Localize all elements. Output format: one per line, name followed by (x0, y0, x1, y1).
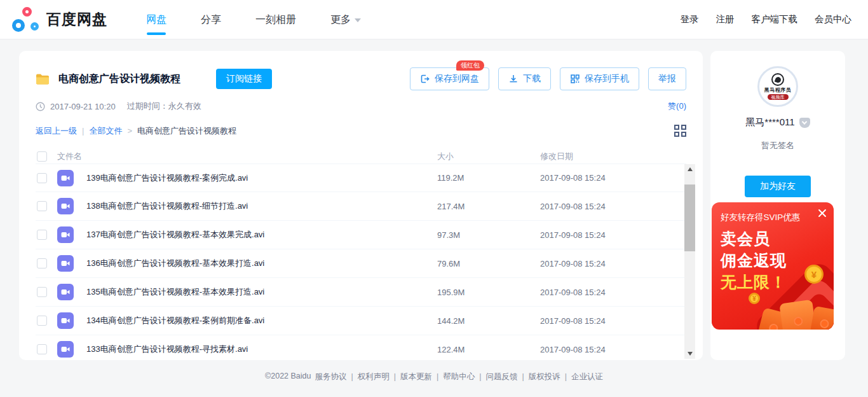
file-date: 2017-09-08 15:24 (540, 345, 686, 354)
file-date: 2017-09-08 15:24 (540, 259, 686, 268)
action-buttons: 领红包 保存到网盘 (410, 67, 686, 90)
save-to-phone-button[interactable]: 保存到手机 (560, 67, 639, 90)
nav-tab-netdisk[interactable]: 网盘 (129, 1, 184, 39)
redpacket-badge: 领红包 (456, 60, 484, 71)
client-download-link[interactable]: 客户端下载 (752, 13, 798, 25)
svip-promo-banner[interactable]: ¥ ¥ 好友转存得SVIP优惠 卖会员 佣金返现 无上限！ (712, 202, 834, 330)
main-nav: 网盘 分享 一刻相册 更多 (129, 0, 378, 39)
vertical-scrollbar[interactable] (684, 164, 695, 359)
nav-tab-label: 分享 (201, 1, 221, 39)
video-file-icon (57, 341, 74, 358)
scrollbar-thumb[interactable] (684, 185, 695, 251)
top-navbar: 百度网盘 网盘 分享 一刻相册 更多 登录 注册 客户端下载 会员中心 (0, 0, 868, 39)
footer-links: 服务协议 权利声明 版本更新 帮助中心 问题反馈 版权投诉 企业认证 (315, 372, 603, 382)
expire-time: 过期时间：永久有效 (127, 101, 201, 112)
file-date: 2017-09-08 15:24 (540, 173, 686, 183)
close-icon[interactable] (817, 208, 827, 218)
footer-link-feedback[interactable]: 问题反馈 (475, 372, 517, 382)
vip-badge-icon[interactable] (799, 118, 810, 128)
breadcrumb-all-files-link[interactable]: 全部文件 (89, 125, 122, 137)
gold-coin-icon: ¥ (749, 293, 760, 304)
footer-link-rights[interactable]: 权利声明 (346, 372, 389, 382)
file-size: 97.3M (437, 230, 540, 240)
table-row[interactable]: 135电商创意广告设计视频教程-基本效果打造.avi 195.9M 2017-0… (36, 278, 686, 307)
row-checkbox[interactable] (37, 173, 47, 183)
save-to-netdisk-button[interactable]: 保存到网盘 (410, 67, 489, 90)
nav-tab-label: 更多 (330, 1, 351, 39)
button-label: 举报 (658, 73, 676, 85)
sharer-signature: 暂无签名 (710, 140, 845, 151)
video-file-icon (57, 198, 74, 214)
footer-link-enterprise[interactable]: 企业认证 (560, 372, 603, 382)
login-link[interactable]: 登录 (681, 13, 699, 25)
video-file-icon (57, 312, 74, 329)
row-checkbox[interactable] (37, 287, 47, 297)
column-header-name: 文件名 (57, 151, 437, 162)
video-file-icon (57, 226, 74, 243)
share-title: 电商创意广告设计视频教程 (58, 73, 180, 86)
file-date: 2017-09-08 15:24 (540, 202, 686, 211)
file-date: 2017-09-08 15:24 (540, 316, 686, 326)
like-link[interactable]: 赞(0) (668, 101, 686, 112)
row-checkbox[interactable] (37, 201, 47, 211)
chevron-down-icon (355, 18, 361, 22)
button-label: 下载 (523, 73, 541, 85)
table-row[interactable]: 137电商创意广告设计视频教程-基本效果完成.avi 97.3M 2017-09… (36, 221, 686, 249)
table-row[interactable]: 134电商创意广告设计视频教程-案例前期准备.avi 144.2M 2017-0… (36, 307, 686, 335)
add-friend-button[interactable]: 加为好友 (745, 176, 811, 197)
subscribe-link-button[interactable]: 订阅链接 (216, 69, 272, 89)
row-checkbox[interactable] (37, 230, 47, 240)
file-name[interactable]: 133电商创意广告设计视频教程-寻找素材.avi (86, 344, 437, 355)
avatar-logo-icon (771, 73, 784, 86)
report-button[interactable]: 举报 (648, 67, 686, 90)
file-name[interactable]: 137电商创意广告设计视频教程-基本效果完成.avi (86, 229, 437, 240)
scroll-up-arrow[interactable] (684, 164, 695, 174)
register-link[interactable]: 注册 (716, 13, 735, 25)
table-row[interactable]: 138电商创意广告设计视频教程-细节打造.avi 217.4M 2017-09-… (36, 192, 686, 221)
table-row[interactable]: 136电商创意广告设计视频教程-基本效果打造.avi 79.6M 2017-09… (36, 249, 686, 278)
download-icon (508, 74, 519, 84)
grid-view-icon[interactable] (674, 125, 686, 137)
download-button[interactable]: 下载 (498, 67, 551, 90)
folder-icon (36, 73, 50, 85)
footer-link-copyright-complaint[interactable]: 版权投诉 (517, 372, 560, 382)
nav-tab-more[interactable]: 更多 (313, 1, 378, 39)
nav-tab-label: 一刻相册 (255, 1, 296, 39)
scroll-down-arrow[interactable] (684, 349, 695, 359)
breadcrumb-back-link[interactable]: 返回上一级 (36, 125, 77, 137)
table-row[interactable]: 133电商创意广告设计视频教程-寻找素材.avi 122.4M 2017-09-… (36, 335, 686, 359)
button-label: 保存到手机 (585, 73, 629, 85)
button-label: 保存到网盘 (435, 73, 479, 85)
banner-subtitle: 好友转存得SVIP优惠 (721, 212, 800, 223)
clock-icon (36, 102, 45, 111)
top-links: 登录 注册 客户端下载 会员中心 (681, 13, 852, 25)
nav-tab-label: 网盘 (146, 1, 166, 39)
baidu-netdisk-logo[interactable]: 百度网盘 (11, 6, 107, 33)
member-center-link[interactable]: 会员中心 (815, 13, 851, 25)
row-checkbox[interactable] (37, 344, 47, 354)
red-envelope-icon (810, 306, 834, 330)
breadcrumb: 返回上一级 | 全部文件 > 电商创意广告设计视频教程 (36, 125, 686, 137)
nav-tab-share[interactable]: 分享 (184, 1, 238, 39)
file-name[interactable]: 136电商创意广告设计视频教程-基本效果打造.avi (86, 258, 437, 269)
video-file-icon (57, 255, 74, 272)
table-row[interactable]: 139电商创意广告设计视频教程-案例完成.avi 119.2M 2017-09-… (36, 164, 686, 192)
footer-link-updates[interactable]: 版本更新 (390, 372, 432, 382)
nav-tab-album[interactable]: 一刻相册 (238, 1, 313, 39)
footer-link-help[interactable]: 帮助中心 (432, 372, 475, 382)
column-header-size: 大小 (437, 151, 540, 162)
file-name[interactable]: 135电商创意广告设计视频教程-基本效果打造.avi (86, 286, 437, 298)
file-size: 217.4M (437, 202, 540, 211)
file-name[interactable]: 139电商创意广告设计视频教程-案例完成.avi (86, 172, 437, 184)
select-all-checkbox[interactable] (37, 151, 47, 162)
file-list: 139电商创意广告设计视频教程-案例完成.avi 119.2M 2017-09-… (36, 164, 686, 359)
file-name[interactable]: 138电商创意广告设计视频教程-细节打造.avi (86, 200, 437, 212)
avatar[interactable]: 黑马程序员 视频库 (757, 66, 798, 107)
row-checkbox[interactable] (37, 258, 47, 268)
file-name[interactable]: 134电商创意广告设计视频教程-案例前期准备.avi (86, 315, 437, 326)
footer-link-terms[interactable]: 服务协议 (315, 372, 346, 382)
file-size: 119.2M (437, 173, 540, 183)
avatar-strip-text: 视频库 (768, 94, 789, 100)
avatar-text: 黑马程序员 (764, 87, 792, 94)
row-checkbox[interactable] (37, 316, 47, 326)
